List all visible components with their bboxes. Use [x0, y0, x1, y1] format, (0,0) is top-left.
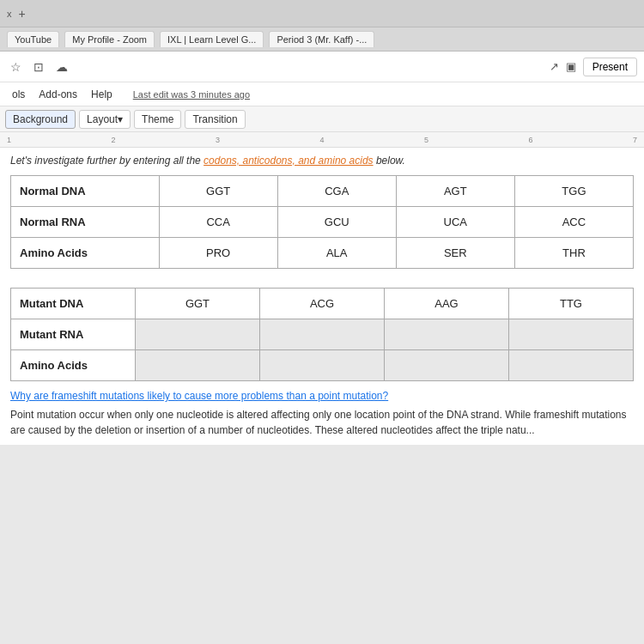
table-row: Normal DNA GGT CGA AGT TGG: [11, 176, 634, 207]
cloud-icon[interactable]: ☁: [52, 58, 71, 76]
mutant-amino-label: Amino Acids: [11, 350, 136, 381]
intro-text-start: Let's investigate further by entering al…: [10, 155, 201, 167]
normal-rna-cell-2[interactable]: GCU: [277, 207, 396, 238]
mutant-rna-cell-3[interactable]: [384, 319, 508, 350]
question-text: Why are frameshift mutations likely to c…: [10, 390, 634, 402]
amino-acids-cell-2[interactable]: ALA: [277, 238, 396, 269]
normal-dna-label: Normal DNA: [11, 176, 160, 207]
layout-button[interactable]: Layout▾: [79, 110, 131, 129]
folder-icon[interactable]: ⊡: [30, 58, 47, 76]
tab-strip: YouTube My Profile - Zoom IXL | Learn Le…: [0, 27, 644, 52]
edit-info: Last edit was 3 minutes ago: [128, 88, 255, 101]
normal-rna-cell-3[interactable]: UCA: [396, 207, 514, 238]
present-button[interactable]: Present: [583, 58, 637, 76]
graph-icon[interactable]: ↗: [550, 60, 559, 73]
tab-youtube[interactable]: YouTube: [7, 31, 59, 47]
mutant-table: Mutant DNA GGT ACG AAG TTG Mutant RNA Am…: [10, 288, 634, 381]
table-row: Normal RNA CCA GCU UCA ACC: [11, 207, 634, 238]
star-icon[interactable]: ☆: [7, 58, 25, 76]
table-gap: [10, 277, 634, 288]
mutant-dna-cell-2[interactable]: ACG: [259, 289, 384, 319]
normal-dna-cell-2[interactable]: CGA: [277, 176, 396, 207]
normal-rna-cell-1[interactable]: CCA: [159, 207, 277, 238]
tab-ixl[interactable]: IXL | Learn Level G...: [160, 31, 264, 47]
slides-header: ☆ ⊡ ☁ ↗ ▣ Present: [0, 52, 644, 82]
tab-close-icon[interactable]: x: [7, 9, 12, 19]
intro-highlight: codons, anticodons, and amino acids: [204, 155, 373, 167]
transition-button[interactable]: Transition: [185, 110, 245, 129]
ruler-marks: 1234567: [7, 136, 637, 144]
mutant-rna-label: Mutant RNA: [11, 319, 136, 350]
table-row: Amino Acids PRO ALA SER THR: [11, 238, 634, 269]
answer-text: Point mutation occur when only one nucle…: [10, 407, 634, 438]
theme-button[interactable]: Theme: [134, 110, 181, 129]
amino-acids-cell-1[interactable]: PRO: [159, 238, 277, 269]
chat-icon[interactable]: ▣: [566, 60, 576, 73]
normal-dna-cell-1[interactable]: GGT: [159, 176, 277, 207]
menu-bar: ols Add-ons Help Last edit was 3 minutes…: [0, 82, 644, 106]
mutant-amino-cell-2[interactable]: [259, 350, 384, 381]
amino-acids-cell-4[interactable]: THR: [514, 238, 633, 269]
normal-dna-cell-3[interactable]: AGT: [396, 176, 514, 207]
slides-toolbar: Background Layout▾ Theme Transition: [0, 106, 644, 132]
menu-ols[interactable]: ols: [7, 87, 30, 102]
menu-help[interactable]: Help: [86, 87, 118, 102]
normal-rna-label: Normal RNA: [11, 207, 160, 238]
background-button[interactable]: Background: [5, 110, 76, 129]
mutant-dna-label: Mutant DNA: [11, 289, 136, 319]
mutant-rna-cell-2[interactable]: [259, 319, 384, 350]
mutant-dna-cell-1[interactable]: GGT: [135, 289, 259, 319]
menu-addons[interactable]: Add-ons: [33, 87, 82, 102]
table-row: Mutant RNA: [11, 319, 634, 350]
mutant-amino-cell-1[interactable]: [135, 350, 259, 381]
intro-paragraph: Let's investigate further by entering al…: [10, 155, 634, 167]
amino-acids-label: Amino Acids: [11, 238, 160, 269]
mutant-rna-cell-1[interactable]: [135, 319, 259, 350]
amino-acids-cell-3[interactable]: SER: [396, 238, 514, 269]
normal-table: Normal DNA GGT CGA AGT TGG Normal RNA CC…: [10, 175, 634, 269]
tab-zoom[interactable]: My Profile - Zoom: [64, 31, 155, 47]
mutant-amino-cell-3[interactable]: [384, 350, 508, 381]
mutant-dna-cell-4[interactable]: TTG: [508, 289, 633, 319]
normal-rna-cell-4[interactable]: ACC: [514, 207, 633, 238]
browser-titlebar: x +: [0, 0, 644, 27]
table-row: Mutant DNA GGT ACG AAG TTG: [11, 289, 634, 319]
main-content: Let's investigate further by entering al…: [0, 148, 644, 445]
ruler: 1234567: [0, 132, 644, 148]
mutant-amino-cell-4[interactable]: [508, 350, 633, 381]
mutant-dna-cell-3[interactable]: AAG: [384, 289, 508, 319]
intro-text-end: below.: [376, 155, 405, 167]
tab-new-icon[interactable]: +: [19, 7, 26, 21]
mutant-rna-cell-4[interactable]: [508, 319, 633, 350]
normal-dna-cell-4[interactable]: TGG: [514, 176, 633, 207]
table-row: Amino Acids: [11, 350, 634, 381]
tab-period3[interactable]: Period 3 (Mr. Kaff) -...: [269, 31, 374, 47]
